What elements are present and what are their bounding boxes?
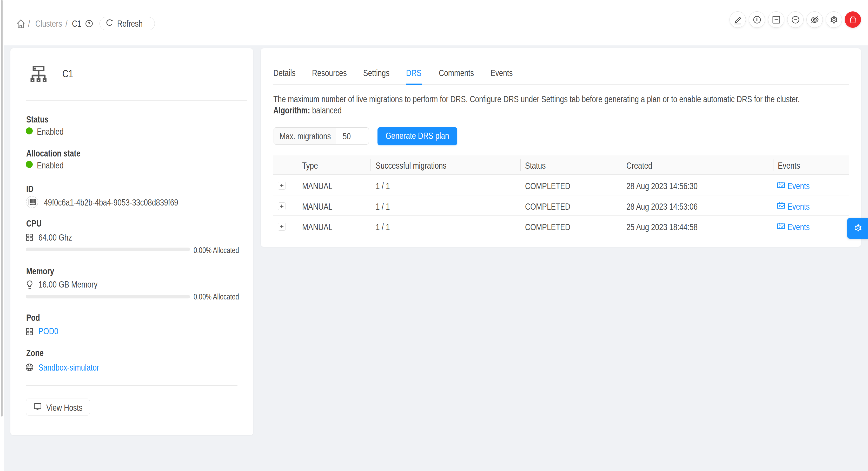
svg-text:?: ? [88, 21, 90, 26]
